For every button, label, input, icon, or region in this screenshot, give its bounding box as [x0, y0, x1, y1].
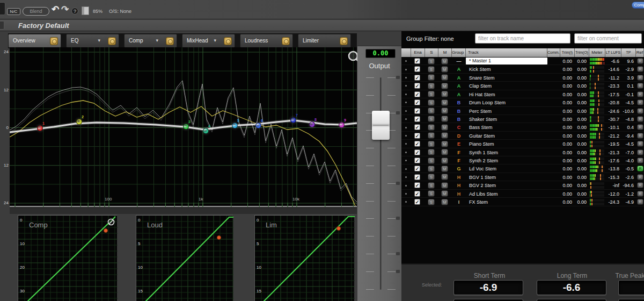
tab-comp[interactable]: Comp▾	[124, 34, 177, 48]
tab-loudness[interactable]: Loudness	[240, 34, 293, 48]
reference-button[interactable]: R	[637, 124, 643, 130]
eq-spectrum-display[interactable]: 1001k10k123456789	[10, 47, 357, 207]
nc-button[interactable]: N/C	[7, 8, 20, 15]
reference-button[interactable]: R	[637, 66, 643, 72]
solo-button[interactable]: S	[428, 141, 435, 147]
group-letter[interactable]: H	[453, 183, 464, 188]
group-letter[interactable]: —	[453, 59, 464, 64]
group-letter[interactable]: H	[453, 191, 464, 197]
redo-icon[interactable]: ↷	[61, 4, 69, 15]
mute-button[interactable]: M	[441, 157, 448, 164]
power-toggle-icon[interactable]	[108, 37, 116, 45]
mute-button[interactable]: M	[441, 58, 448, 64]
track-row[interactable]: ✓SMBDrum Loop Stem0.000.00-20.8-4.5R	[401, 98, 644, 106]
power-toggle-icon[interactable]	[282, 37, 290, 45]
trim-input-value[interactable]: 0.00	[560, 67, 572, 72]
track-row[interactable]: ✓SMAKick Stem0.000.00-14.6-2.9R	[401, 65, 644, 73]
track-name[interactable]: Snare Stem	[466, 75, 547, 81]
track-name[interactable]: Perc Stem	[466, 109, 547, 114]
trim-input-value[interactable]: 0.00	[560, 83, 572, 89]
power-toggle-icon[interactable]	[224, 37, 232, 45]
track-name[interactable]: * Master 1	[466, 58, 547, 64]
mute-button[interactable]: M	[441, 182, 448, 189]
column-header-group[interactable]: Group▲	[452, 48, 466, 57]
enable-checkbox[interactable]: ✓	[414, 191, 420, 197]
mute-button[interactable]: M	[441, 141, 448, 147]
trim-input-value[interactable]: 0.00	[560, 150, 572, 155]
track-name[interactable]: Clap Stem	[466, 83, 547, 89]
mute-button[interactable]: M	[441, 124, 448, 131]
enable-checkbox[interactable]: ✓	[414, 75, 420, 81]
mini-graph-lim[interactable]: Lim051015	[254, 215, 354, 301]
eq-band-handle[interactable]: 3	[183, 124, 189, 130]
power-toggle-icon[interactable]	[340, 37, 348, 45]
enable-checkbox[interactable]: ✓	[414, 108, 420, 114]
mute-button[interactable]: M	[441, 74, 448, 81]
track-row[interactable]: ✓SMIFX Stem0.000.00-24.3-4.9R	[401, 198, 644, 206]
enable-checkbox[interactable]: ✓	[414, 66, 420, 72]
group-letter[interactable]: F	[453, 150, 464, 155]
solo-button[interactable]: S	[428, 124, 435, 131]
mute-button[interactable]: M	[441, 99, 448, 106]
reference-button[interactable]: R	[637, 133, 643, 139]
enable-checkbox[interactable]: ✓	[414, 91, 420, 97]
eq-band-handle[interactable]: 8	[309, 121, 315, 127]
solo-button[interactable]: S	[428, 74, 435, 81]
column-header-lt-lufs[interactable]: LT LUFS	[605, 48, 621, 57]
group-letter[interactable]: A	[453, 92, 464, 97]
power-toggle-icon[interactable]	[50, 37, 58, 45]
trim-input-value[interactable]: 0.00	[560, 75, 572, 81]
mute-button[interactable]: M	[441, 108, 448, 114]
track-name[interactable]: Drum Loop Stem	[466, 100, 547, 105]
track-name[interactable]: Ad Libs Stem	[466, 191, 547, 197]
track-name[interactable]: Piano Stem	[466, 141, 547, 147]
tab-limiter[interactable]: Limiter	[298, 34, 351, 48]
track-name[interactable]: Shaker Stem	[466, 117, 547, 122]
compare-button[interactable]: Compare	[632, 2, 644, 9]
preset-bar[interactable]: Factory Default	[0, 20, 644, 31]
power-toggle-icon[interactable]	[166, 37, 174, 45]
trim-input-value[interactable]: 0.00	[560, 183, 572, 188]
enable-checkbox[interactable]: ✓	[414, 83, 420, 89]
mute-button[interactable]: M	[441, 166, 448, 172]
column-header-meter[interactable]: Meter	[589, 48, 605, 57]
track-row[interactable]: ✓SMDGuitar Stem0.000.00-21.2-9.4R	[401, 132, 644, 140]
track-name[interactable]: Guitar Stem	[466, 133, 547, 139]
solo-button[interactable]: S	[428, 99, 435, 106]
reference-button[interactable]: R	[637, 75, 643, 81]
trim-output-value[interactable]: 0.00	[575, 191, 587, 197]
column-header-ref[interactable]: Ref	[636, 48, 644, 57]
mini-graph-loud[interactable]: Loud051015	[136, 215, 233, 301]
blend-button[interactable]: Blend	[23, 7, 49, 16]
reference-button[interactable]: R	[637, 91, 643, 97]
eq-band-handle[interactable]: 9	[339, 122, 345, 128]
solo-button[interactable]: S	[428, 166, 435, 172]
track-row[interactable]: ✓SMAClap Stem0.000.00-23.30.1R	[401, 82, 644, 90]
solo-button[interactable]: S	[428, 58, 435, 64]
mute-button[interactable]: M	[441, 149, 448, 155]
reference-button[interactable]: R	[637, 191, 643, 197]
track-row[interactable]: ✓SMHAd Libs Stem0.000.00-12.0-1.2R	[401, 190, 644, 198]
group-letter[interactable]: F	[453, 158, 464, 163]
group-filter-label[interactable]: Group Filter: none	[406, 35, 454, 42]
eq-band-handle[interactable]: 5	[232, 123, 238, 128]
trim-input-value[interactable]: 0.00	[560, 109, 572, 114]
chevron-down-icon[interactable]: ▾	[214, 38, 216, 43]
trim-input-value[interactable]: 0.00	[560, 199, 572, 205]
trim-input-value[interactable]: 0.00	[560, 141, 572, 147]
enable-checkbox[interactable]: ✓	[414, 99, 420, 105]
group-letter[interactable]: B	[453, 100, 464, 105]
trim-output-value[interactable]: 0.00	[575, 67, 587, 72]
mute-button[interactable]: M	[441, 174, 448, 180]
trim-input-value[interactable]: 0.00	[560, 175, 572, 180]
reference-button[interactable]: R	[637, 83, 643, 89]
trim-output-value[interactable]: 0.00	[575, 133, 587, 139]
trim-output-value[interactable]: 0.00	[575, 75, 587, 81]
track-row[interactable]: ✓SMEPiano Stem0.000.00-19.5-4.5R	[401, 140, 644, 148]
track-row[interactable]: ✓SMFSynth 1 Stem0.000.00-21.3-7.0R	[401, 148, 644, 156]
eq-band-handle[interactable]: 4	[203, 128, 209, 134]
enable-checkbox[interactable]: ✓	[414, 166, 420, 171]
group-letter[interactable]: B	[453, 109, 464, 114]
trim-input-value[interactable]: 0.00	[560, 158, 572, 163]
trim-output-value[interactable]: 0.00	[575, 125, 587, 130]
